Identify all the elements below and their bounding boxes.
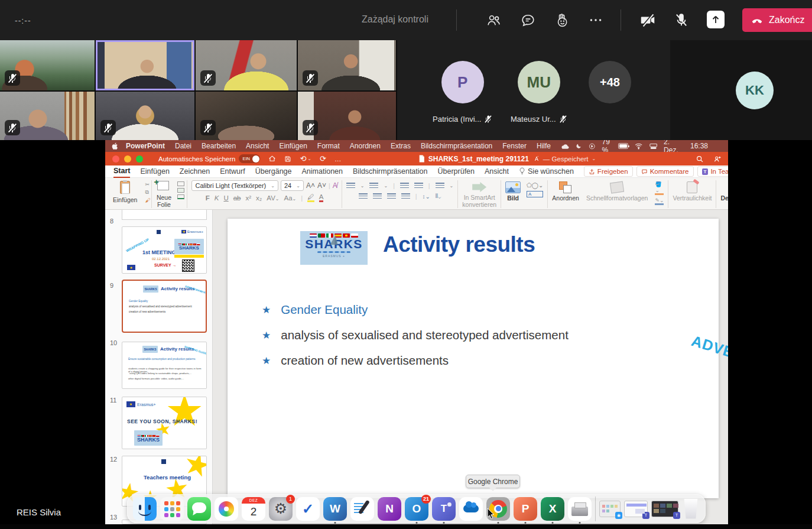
dock-trash-icon[interactable] xyxy=(682,499,700,519)
decrease-font-button[interactable]: A˅ xyxy=(317,181,326,190)
menu-datei[interactable]: Datei xyxy=(175,142,191,150)
dock-notes-icon[interactable] xyxy=(350,497,374,521)
slide-thumbnail-11[interactable]: ★ ★ Erasmus+ SEE YOU SOON, SHARKS! SHARK… xyxy=(122,397,207,449)
request-control-button[interactable]: Zażądaj kontroli xyxy=(362,14,428,25)
tab-ansicht[interactable]: Ansicht xyxy=(485,166,509,177)
sidecar-display-icon[interactable] xyxy=(649,143,657,150)
document-title[interactable]: SHARKS_1st_meeting 291121 xyxy=(428,155,529,163)
text-box-button[interactable]: A xyxy=(527,191,543,197)
menu-anordnen[interactable]: Anordnen xyxy=(350,142,381,150)
new-slide-button[interactable] xyxy=(156,181,171,193)
dock-system-preferences-icon[interactable]: 1⚙ xyxy=(269,497,293,521)
current-slide[interactable]: SHARKS ERASMUS + Activity results ADVERT… xyxy=(228,219,719,498)
menu-ansicht[interactable]: Ansicht xyxy=(246,142,269,150)
dock-outlook-icon[interactable]: 21O xyxy=(405,497,428,521)
zoom-window-button[interactable] xyxy=(136,155,143,163)
menu-extras[interactable]: Extras xyxy=(391,142,411,150)
overflow-participants-avatar[interactable]: +48 xyxy=(589,61,631,103)
home-button[interactable] xyxy=(268,155,276,163)
dock-photos-icon[interactable] xyxy=(215,497,238,521)
mic-off-button[interactable] xyxy=(671,11,691,30)
video-tile[interactable] xyxy=(196,40,297,90)
slide-thumbnail-8[interactable]: Erasmus+ WRAPPING UP 1st MEETING 02.12.2… xyxy=(122,226,207,274)
dock-finder-icon[interactable] xyxy=(133,497,157,521)
tab-ueberpruefen[interactable]: Überprüfen xyxy=(437,166,475,177)
video-tile[interactable] xyxy=(298,40,396,90)
highlight-color-button[interactable]: 🖊 xyxy=(307,193,314,202)
dock-todo-icon[interactable]: ✓ xyxy=(296,497,320,521)
menu-hilfe[interactable]: Hilfe xyxy=(537,142,551,150)
redo-button[interactable]: ⟳ xyxy=(320,154,326,163)
dock-powerpoint-icon[interactable]: P xyxy=(514,497,537,521)
autosave-toggle[interactable]: EIN xyxy=(239,154,260,163)
undo-button[interactable]: ⟲⌄ xyxy=(300,154,311,163)
section-button[interactable] xyxy=(177,194,184,199)
character-spacing-button[interactable]: AV⌄ xyxy=(267,194,279,202)
cut-button[interactable]: ✂ xyxy=(145,181,150,187)
search-icon[interactable] xyxy=(696,155,704,163)
menu-bildschirmpraesentation[interactable]: Bildschirmpräsentation xyxy=(421,142,492,150)
tab-uebergaenge[interactable]: Übergänge xyxy=(255,166,292,177)
kommentare-button[interactable]: Kommentare xyxy=(636,166,694,177)
menu-einfuegen[interactable]: Einfügen xyxy=(279,142,307,150)
video-tile[interactable] xyxy=(96,92,194,140)
video-tile[interactable] xyxy=(0,40,95,90)
dock-messages-icon[interactable] xyxy=(187,497,211,521)
titlebar-more-button[interactable]: … xyxy=(334,155,342,163)
saved-status[interactable]: — Gespeichert xyxy=(543,155,589,163)
text-direction-button[interactable]: ↕⌄ xyxy=(422,193,430,200)
dock-teams-icon[interactable]: T xyxy=(432,497,456,521)
italic-button[interactable]: K xyxy=(215,194,219,202)
participant-avatar[interactable]: P Patricia (Invi... xyxy=(433,61,492,124)
freigeben-button[interactable]: Freigeben xyxy=(584,166,633,177)
menu-bearbeiten[interactable]: Bearbeiten xyxy=(202,142,236,150)
decrease-indent-button[interactable] xyxy=(400,183,409,189)
more-options-button[interactable] xyxy=(586,11,606,30)
end-call-button[interactable]: Zakończ xyxy=(742,8,812,32)
tab-start[interactable]: Start xyxy=(113,165,130,178)
bold-button[interactable]: F xyxy=(206,194,210,202)
dock-onedrive-icon[interactable] xyxy=(459,497,483,521)
format-painter-button[interactable]: 🖌 xyxy=(145,197,150,203)
change-case-button[interactable]: Aa⌄ xyxy=(284,194,297,202)
font-color-button[interactable]: A xyxy=(319,193,324,202)
increase-indent-button[interactable] xyxy=(414,183,423,189)
in-teams-praesentieren-button[interactable]: T In Teams präsentieren xyxy=(697,166,729,177)
share-screen-button[interactable] xyxy=(707,11,725,28)
camera-off-button[interactable] xyxy=(638,11,658,30)
tab-animationen[interactable]: Animationen xyxy=(302,166,343,177)
align-left-button[interactable] xyxy=(359,193,368,200)
do-not-disturb-icon[interactable] xyxy=(576,142,582,150)
slide-thumbnail-partial[interactable] xyxy=(122,210,207,220)
menubar-time[interactable]: 16:38 xyxy=(690,142,708,150)
bullet-list-button[interactable] xyxy=(346,183,355,189)
self-view-panel[interactable]: KK xyxy=(670,40,812,140)
reset-button[interactable] xyxy=(177,188,184,193)
menu-app-name[interactable]: PowerPoint xyxy=(126,142,165,150)
tab-einfuegen[interactable]: Einfügen xyxy=(140,166,169,177)
underline-button[interactable]: U xyxy=(223,194,228,202)
close-window-button[interactable] xyxy=(112,155,119,163)
onedrive-status-icon[interactable] xyxy=(561,143,569,150)
dock-onenote-icon[interactable]: N xyxy=(378,497,401,521)
line-spacing-button[interactable] xyxy=(436,183,444,189)
wifi-icon[interactable] xyxy=(635,142,642,150)
video-tile[interactable] xyxy=(196,92,297,140)
paste-button[interactable] xyxy=(118,181,133,195)
video-tile-active-speaker[interactable] xyxy=(96,40,194,90)
superscript-button[interactable]: x² xyxy=(246,194,252,202)
menu-fenster[interactable]: Fenster xyxy=(502,142,527,150)
dock-word-icon[interactable]: W xyxy=(323,497,347,521)
participants-button[interactable] xyxy=(483,11,504,30)
slide-thumbnail-10[interactable]: SHARKS Activity results SHOPPING GUIDE E… xyxy=(122,342,207,389)
dock-calendar-icon[interactable]: DEZ2 xyxy=(242,497,265,521)
minimized-teams-meeting-window[interactable]: T xyxy=(651,501,678,517)
align-center-button[interactable] xyxy=(373,193,382,200)
chat-button[interactable] xyxy=(518,11,538,30)
dock-excel-icon[interactable]: X xyxy=(541,497,564,521)
participant-avatar[interactable]: MU Mateusz Ur... xyxy=(511,61,567,124)
columns-button[interactable]: ⫴⌄ xyxy=(436,193,441,200)
layout-button[interactable] xyxy=(177,181,184,186)
quick-styles-icon[interactable] xyxy=(610,181,624,194)
arrange-icon[interactable] xyxy=(559,181,572,193)
